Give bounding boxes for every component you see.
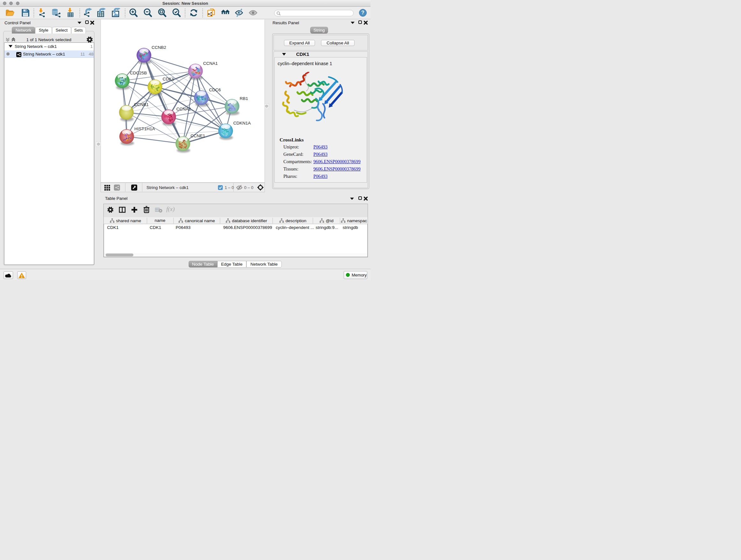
svg-text:CCNA1: CCNA1 — [203, 61, 218, 66]
svg-text:CCNA2: CCNA2 — [177, 107, 191, 111]
svg-text:CCNB1: CCNB1 — [134, 102, 149, 107]
svg-text:CDK1: CDK1 — [163, 77, 174, 81]
svg-text:RB1: RB1 — [240, 96, 248, 101]
svg-text:HIST1H1A: HIST1H1A — [134, 126, 155, 131]
svg-text:CDC6: CDC6 — [209, 87, 221, 92]
svg-text:CCNE1: CCNE1 — [191, 133, 205, 138]
svg-text:CDC25B: CDC25B — [130, 71, 147, 75]
svg-text:CCNB2: CCNB2 — [151, 45, 166, 50]
svg-text:CDKN1A: CDKN1A — [233, 121, 251, 125]
